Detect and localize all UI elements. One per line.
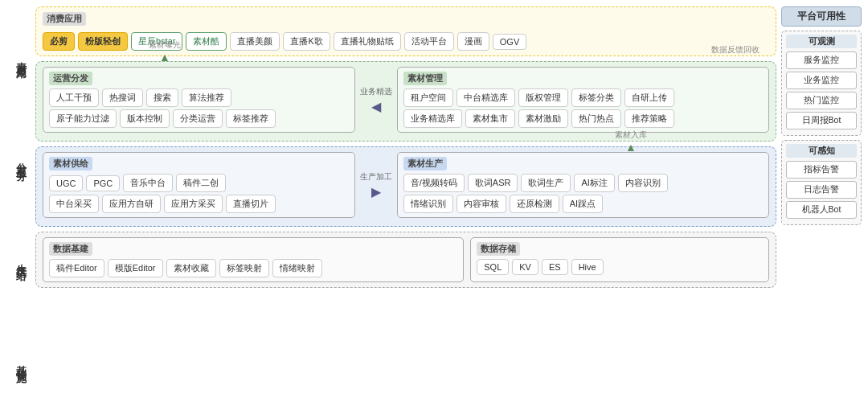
chip-rgry: 人工干预 xyxy=(49,88,99,107)
sidebar-title: 平台可用性 xyxy=(781,6,862,27)
arrow-up-ruanku: 素材入库 ▲ xyxy=(615,129,647,154)
section-data-store: 数据存储 SQL KV ES Hive xyxy=(470,237,769,282)
chip-tjcl: 推荐策略 xyxy=(624,109,674,128)
chip-ugc: UGC xyxy=(49,175,83,191)
arrow-right-prod: ▶ xyxy=(371,184,381,199)
chip-bqfl: 标签分类 xyxy=(571,88,621,107)
chip-search: 搜索 xyxy=(146,88,178,107)
label-prod: 生产供给 xyxy=(12,255,30,265)
arrow-up-sucaiguang: 素材曝光 ▲ xyxy=(149,39,181,64)
chip-es: ES xyxy=(542,259,568,275)
annotation-yewujingxuan: 业务精选 xyxy=(360,86,392,97)
chip-scs: 素材收藏 xyxy=(166,259,216,277)
chip-qxsb: 情绪识别 xyxy=(403,195,453,213)
chip-bqys: 标签映射 xyxy=(219,259,269,277)
chip-aicad: AI踩点 xyxy=(563,195,603,213)
row-labels: 素材应用 分发服务 生产供给 基础设施 xyxy=(6,6,35,413)
chip-scjs: 素材集市 xyxy=(465,109,515,128)
sidebar-observable: 可观测 服务监控 业务监控 热门监控 日周报Bot xyxy=(781,31,862,136)
chip-manga: 漫画 xyxy=(457,32,489,51)
sidebar-chip-jqrbot: 机器人Bot xyxy=(786,201,857,219)
sidebar-perceptible: 可感知 指标告警 日志告警 机器人Bot xyxy=(781,140,862,225)
chip-fenban: 粉版轻创 xyxy=(78,32,128,51)
chip-zhkj: 租户空间 xyxy=(403,88,453,107)
chip-rsc: 热搜词 xyxy=(102,88,143,107)
chip-bijian: 必剪 xyxy=(43,32,75,51)
prod-row2: 情绪识别 内容审核 还原检测 AI踩点 xyxy=(403,195,763,213)
asset-row1: 租户空间 中台精选库 版权管理 标签分类 自研上传 xyxy=(403,88,763,107)
label-infra: 基础设施 xyxy=(12,356,30,366)
chip-flyw: 分类运营 xyxy=(173,109,223,128)
sidebar-chip-rzbot: 日周报Bot xyxy=(786,112,857,129)
annotation-ruanku: 素材入库 xyxy=(615,129,647,141)
chip-zbqp: 直播切片 xyxy=(226,195,276,213)
asset-mgmt-title: 素材管理 xyxy=(403,72,447,85)
chip-bqgl: 版权管理 xyxy=(518,88,568,107)
arrow-middle-distrib: 业务精选 ◀ xyxy=(360,67,392,133)
supply-row2: 中台采买 应用方自研 应用方采买 直播切片 xyxy=(49,195,349,213)
arrow-left-distrib: ◀ xyxy=(371,99,381,114)
chip-nrsh: 内容识别 xyxy=(618,174,668,192)
ops-distrib-title: 运营分发 xyxy=(49,72,92,85)
right-sidebar: 平台可用性 可观测 服务监控 业务监控 热门监控 日周报Bot 可感知 指标告警… xyxy=(781,6,862,413)
chip-hyjc: 还原检测 xyxy=(510,195,559,213)
chip-zbltpz: 直播礼物贴纸 xyxy=(334,32,401,51)
chip-zznl: 原子能力过滤 xyxy=(49,109,117,128)
arrow-middle-prod: 生产加工 ▶ xyxy=(360,152,392,218)
chip-ogv: OGV xyxy=(493,34,526,50)
chip-sql: SQL xyxy=(477,259,509,275)
chip-hive: Hive xyxy=(571,259,604,275)
chip-hdpt: 活动平台 xyxy=(404,32,454,51)
consumer-apps-title: 消费应用 xyxy=(43,12,86,26)
chip-zysz: 自研上传 xyxy=(624,88,674,107)
chip-ywjxk: 业务精选库 xyxy=(403,109,462,128)
sidebar-chip-ywjk: 业务监控 xyxy=(786,72,857,89)
sidebar-chip-rmjk: 热门监控 xyxy=(786,92,857,109)
asset-prod-title: 素材生产 xyxy=(403,157,447,170)
chip-zbkg: 直播K歌 xyxy=(283,32,330,51)
annotation-sucaiguang: 素材曝光 xyxy=(149,39,181,51)
chip-yyfzr: 应用方自研 xyxy=(102,195,161,213)
chip-bbkz: 版本控制 xyxy=(120,109,170,128)
store-chips: SQL KV ES Hive xyxy=(477,259,763,275)
chip-sftj: 算法推荐 xyxy=(182,88,231,107)
sidebar-perceptible-title: 可感知 xyxy=(786,144,857,158)
label-distrib: 分发服务 xyxy=(12,154,30,164)
sidebar-chip-zbjg: 指标告警 xyxy=(786,161,857,179)
chip-yyzc: 音乐中台 xyxy=(123,174,173,192)
chip-scjl: 素材激励 xyxy=(518,109,568,128)
section-supply: 素材供给 UGC PGC 音乐中台 稿件二创 中台采买 应用方自研 应用方采买 … xyxy=(43,152,355,218)
chip-kv: KV xyxy=(512,259,538,275)
main-container: 素材应用 分发服务 生产供给 基础设施 消费应用 必剪 粉版轻创 星辰bstar… xyxy=(0,0,868,419)
ops-row1: 人工干预 热搜词 搜索 算法推荐 xyxy=(49,88,349,107)
data-store-title: 数据存储 xyxy=(477,242,520,256)
chip-nrsh2: 内容审核 xyxy=(457,195,506,213)
left-panel: 素材应用 分发服务 生产供给 基础设施 消费应用 必剪 粉版轻创 星辰bstar… xyxy=(6,6,776,413)
asset-row2: 业务精选库 素材集市 素材激励 热门热点 推荐策略 xyxy=(403,109,763,128)
chip-pgc: PGC xyxy=(86,175,120,191)
row-infra: 数据基建 稿件Editor 模版Editor 素材收藏 标签映射 情绪映射 数据… xyxy=(35,232,776,288)
chip-gjec: 稿件二创 xyxy=(176,174,226,192)
prod-row1: 音/视频转码 歌词ASR 歌词生产 AI标注 内容识别 xyxy=(403,174,763,192)
data-infra-title: 数据基建 xyxy=(49,242,92,256)
chip-spzm: 音/视频转码 xyxy=(403,174,465,192)
section-ops-distrib: 运营分发 人工干预 热搜词 搜索 算法推荐 原子能力过滤 版本控制 分类运营 标… xyxy=(43,67,355,133)
row-prod: 素材供给 UGC PGC 音乐中台 稿件二创 中台采买 应用方自研 应用方采买 … xyxy=(35,146,776,227)
label-material-app: 素材应用 xyxy=(12,53,30,63)
sidebar-observable-title: 可观测 xyxy=(786,35,857,48)
chip-rmrd: 热门热点 xyxy=(571,109,621,128)
chip-gcsc: 歌词生产 xyxy=(521,174,571,192)
chip-yyfcm: 应用方采买 xyxy=(164,195,223,213)
annotation-scjg: 生产加工 xyxy=(360,171,392,183)
chip-zbmr: 直播美颜 xyxy=(230,32,280,51)
chip-gjed: 稿件Editor xyxy=(49,259,104,277)
chip-ciasr: 歌词ASR xyxy=(468,174,518,192)
sidebar-chip-rzjg: 日志告警 xyxy=(786,181,857,199)
chip-ztjxk: 中台精选库 xyxy=(457,88,515,107)
row-distrib: 运营分发 人工干预 热搜词 搜索 算法推荐 原子能力过滤 版本控制 分类运营 标… xyxy=(35,61,776,142)
section-asset-prod: 素材生产 音/视频转码 歌词ASR 歌词生产 AI标注 内容识别 情绪识别 内容… xyxy=(397,152,769,218)
supply-title: 素材供给 xyxy=(49,157,92,170)
ops-row2: 原子能力过滤 版本控制 分类运营 标签推荐 xyxy=(49,109,349,128)
content-area: 消费应用 必剪 粉版轻创 星辰bstar 素材酷 直播美颜 直播K歌 直播礼物贴… xyxy=(35,6,776,413)
section-data-infra: 数据基建 稿件Editor 模版Editor 素材收藏 标签映射 情绪映射 xyxy=(43,237,464,282)
